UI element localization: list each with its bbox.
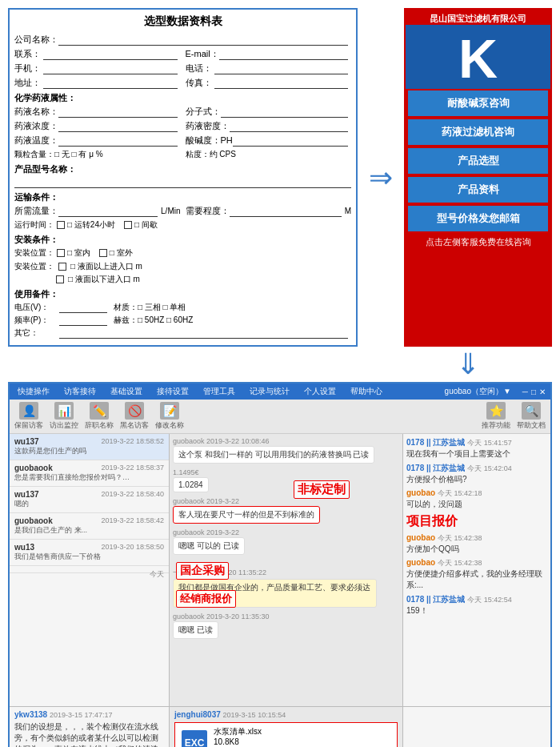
msg-meta-5: guobaook 2019-3-20 11:35:30	[173, 612, 399, 620]
chat-contacts: wu137 2019-3-22 18:58:52 这款药是您们生产的吗 guob…	[10, 434, 170, 706]
flow-line	[58, 206, 158, 217]
usage-title: 使用备件：	[14, 288, 351, 300]
chem-title: 化学药液属性：	[14, 92, 351, 104]
menu-item-0[interactable]: 耐酸碱泵咨询	[408, 90, 548, 116]
menu-item-2[interactable]: 产品选型	[408, 148, 548, 174]
contact-name-3: guobaook	[14, 516, 53, 525]
msg-content-3: 嗯嗯 可以的 已读	[173, 537, 245, 555]
density-line	[230, 121, 349, 132]
contact-5[interactable]: 今天	[10, 566, 169, 573]
form-col-tel: 电话：	[186, 62, 352, 74]
minimize-icon[interactable]: ─	[522, 388, 528, 396]
topbar-item-4[interactable]: 管理工具	[200, 385, 238, 398]
top-section: 选型数据资料表 公司名称： 联系： E-mail： 手机： 电话：	[0, 0, 560, 347]
close-icon[interactable]: ✕	[539, 388, 546, 396]
fax-label: 传真：	[186, 77, 214, 89]
form-col-conc: 药液浓度：	[14, 120, 181, 132]
topbar-item-1[interactable]: 访客接待	[61, 385, 99, 398]
topbar-item-7[interactable]: 帮助中心	[347, 385, 386, 398]
toolbar-label-1: 访出监控	[50, 420, 78, 431]
form-col-mol: 分子式：	[186, 106, 352, 118]
contact-name-2: wu137	[14, 490, 39, 499]
toolbar-btn-1[interactable]: 📊 访出监控	[50, 402, 78, 431]
msg-time-2: 2019-3-22	[206, 497, 239, 505]
contact-name-4: wu13	[14, 543, 34, 552]
form-row-other: 其它：	[14, 327, 351, 339]
form-row-conc-density: 药液浓度： 药液密度：	[14, 120, 351, 132]
inlet-below-check[interactable]	[56, 275, 64, 283]
bottom-left-user: ykw3138	[14, 710, 47, 719]
topbar-item-6[interactable]: 个人设置	[301, 385, 339, 398]
runtime-24-check[interactable]	[57, 221, 65, 229]
topbar-item-5[interactable]: 记录与统计	[246, 385, 293, 398]
tel-label: 电话：	[186, 62, 214, 74]
density-label: 药液密度：	[186, 120, 230, 132]
topbar-user[interactable]: guobao（空闲）▼	[445, 386, 511, 397]
form-row-location: 安装位置： □ 室内 □ 室外	[14, 247, 351, 259]
inlet-below-label: □ 液面以下进入口 m	[68, 274, 140, 285]
contact-name-1: guobaook	[14, 464, 53, 472]
msg-content-5: 嗯嗯 已读	[173, 621, 218, 639]
form-col-viscosity: 粘度：约 CPS	[186, 149, 352, 160]
contact-0[interactable]: wu137 2019-3-22 18:58:52 这款药是您们生产的吗	[10, 434, 169, 460]
menu-item-4[interactable]: 型号价格发您邮箱	[408, 206, 548, 231]
contact-4[interactable]: wu13 2019-3-20 18:58:50 我们是销售商供应一下价格	[10, 540, 169, 566]
toolbar-btn-3[interactable]: 🚫 黑名访客	[120, 402, 149, 431]
menu-item-3[interactable]: 产品资料	[408, 177, 548, 203]
topbar-item-0[interactable]: 快捷操作	[14, 385, 53, 398]
power-label: 频率(P)：	[14, 315, 56, 326]
material-label: 材质：□ 三相 □ 单相	[114, 302, 186, 313]
form-row-power: 频率(P)： 赫兹：□ 50HZ □ 60HZ	[14, 315, 351, 326]
toolbar-btn-4[interactable]: 📝 修改名称	[155, 402, 184, 431]
toolbar-btn-0[interactable]: 👤 保留访客	[14, 402, 43, 431]
msg-sender-1: 1.1495€	[173, 468, 199, 476]
right-msg-2: guobao 今天 15:42:18 可以的，没问题	[406, 488, 547, 510]
form-row-company: 公司名称：	[14, 34, 351, 46]
power-line	[59, 315, 107, 326]
right-time-5: 今天 15:42:54	[467, 596, 512, 604]
contact-1[interactable]: guobaook 2019-3-22 18:58:37 您是需要我们直接给您报价…	[10, 460, 169, 487]
voltage-label: 电压(V)：	[14, 302, 56, 313]
msg-1: 1.1495€ 1.0284	[173, 468, 399, 492]
file-attachment: EXC 水泵清单.xlsx 10.8K8 预览 打开文件夹	[174, 722, 398, 747]
ph-label: 酸碱度：PH	[186, 135, 233, 147]
toolbar-btn-recommend[interactable]: ⭐ 推荐功能	[482, 402, 510, 431]
float-label-1: 国企采购	[176, 562, 229, 580]
right-content-5: 159！	[406, 605, 547, 616]
particles-label: 颗粒含量：□ 无 □ 有 μ %	[14, 149, 103, 160]
contact-3[interactable]: guobaook 2019-3-22 18:58:42 是我们自己生产的 来..…	[10, 513, 169, 540]
contact-time-0: 2019-3-22 18:58:52	[101, 437, 164, 445]
topbar-item-2[interactable]: 基础设置	[107, 385, 146, 398]
toolbar-btn-2[interactable]: ✏️ 辞职名称	[85, 402, 114, 431]
toolbar-btn-search[interactable]: 🔍 帮助文档	[517, 402, 546, 431]
form-col-phone: 手机：	[14, 62, 181, 74]
inlet-above-check[interactable]	[58, 263, 66, 271]
email-label: E-mail：	[186, 48, 219, 60]
hz-label: 赫兹：□ 50HZ □ 60HZ	[114, 315, 193, 326]
toolbar-label-2: 辞职名称	[85, 420, 114, 431]
bottom-mid-time: 2019-3-15 10:15:54	[223, 711, 286, 719]
contact-msg-4: 我们是销售商供应一下价格	[14, 552, 134, 562]
contact-label: 联系：	[14, 48, 43, 60]
menu-item-1[interactable]: 药液过滤机咨询	[408, 119, 548, 145]
contact-msg-2: 嗯的	[14, 499, 134, 509]
right-sender-4: guobao	[406, 558, 435, 567]
distance-line	[230, 206, 342, 217]
topbar-item-3[interactable]: 接待设置	[154, 385, 192, 398]
msg-time-5: 2019-3-20 11:35:30	[206, 612, 270, 620]
maximize-icon[interactable]: □	[531, 388, 536, 396]
bottom-left-time: 2019-3-15 17:47:17	[50, 711, 113, 719]
contact-2[interactable]: wu137 2019-3-22 18:58:40 嗯的	[10, 487, 169, 513]
drug-label: 药液名称：	[14, 106, 58, 118]
toolbar-icon-recommend: ⭐	[486, 402, 506, 420]
right-time-4: 今天 15:42:38	[438, 559, 482, 567]
conc-line	[58, 121, 178, 132]
right-msg-5: 0178 || 江苏盐城 今天 15:42:54 159！	[406, 594, 547, 616]
indoor-check[interactable]	[57, 249, 65, 257]
outdoor-check[interactable]	[99, 249, 107, 257]
bottom-left-meta: ykw3138 2019-3-15 17:47:17	[14, 710, 164, 719]
toolbar-icon-search: 🔍	[522, 402, 541, 420]
msg-meta-0: guobaook 2019-3-22 10:08:46	[173, 437, 399, 445]
runtime-inter-check[interactable]	[124, 221, 132, 229]
right-sender-2: guobao	[406, 488, 435, 497]
